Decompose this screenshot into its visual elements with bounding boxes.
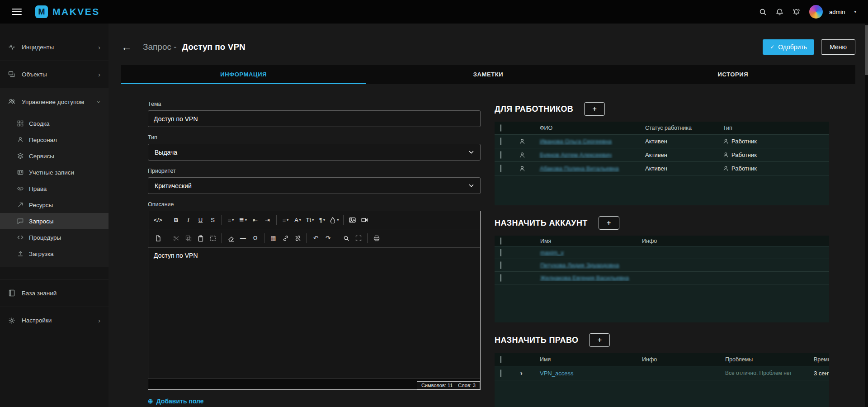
type-select[interactable]: Выдача: [148, 144, 481, 161]
sidebar-item-objects[interactable]: Объекты ›: [0, 61, 108, 88]
video-icon[interactable]: [359, 214, 371, 226]
worker-name-link[interactable]: Иванова Ольга Сергеевна: [540, 138, 612, 145]
toolbar-divider: [222, 215, 222, 225]
eye-icon: [17, 185, 24, 192]
copy-icon[interactable]: [182, 232, 194, 244]
row-checkbox[interactable]: [500, 249, 501, 256]
user-menu-caret-icon[interactable]: ▾: [854, 9, 856, 14]
code-icon[interactable]: </>: [152, 214, 164, 226]
paragraph-icon[interactable]: ¶▾: [316, 214, 328, 226]
font-color-icon[interactable]: A▾: [292, 214, 304, 226]
subject-label: Тема: [148, 101, 481, 107]
priority-label: Приоритет: [148, 168, 481, 174]
redo-icon[interactable]: ↷: [322, 232, 334, 244]
sidebar-item-knowledge-base[interactable]: База знаний: [0, 279, 108, 307]
sidebar-item-upload[interactable]: Загрузка: [0, 246, 108, 262]
sidebar-item-rights[interactable]: Права: [0, 180, 108, 197]
sidebar-item-incidents[interactable]: Инциденты ›: [0, 33, 108, 61]
add-worker-button[interactable]: +: [584, 102, 605, 116]
subject-input[interactable]: [148, 110, 481, 127]
select-all-checkbox[interactable]: [500, 124, 501, 132]
row-checkbox[interactable]: [500, 369, 501, 377]
paste-icon[interactable]: [194, 232, 207, 244]
right-name-link[interactable]: VPN_access: [540, 370, 573, 377]
indent-icon[interactable]: ⇥: [261, 214, 274, 226]
row-checkbox[interactable]: [500, 137, 501, 145]
sidebar-item-settings[interactable]: Настройки ›: [0, 307, 108, 334]
fullscreen-icon[interactable]: [352, 232, 364, 244]
priority-select[interactable]: Критический: [148, 177, 481, 194]
tab-information[interactable]: ИНФОРМАЦИЯ: [121, 65, 366, 84]
row-checkbox[interactable]: [500, 274, 501, 282]
strikethrough-icon[interactable]: S: [207, 214, 219, 226]
hamburger-menu-icon[interactable]: [12, 9, 22, 15]
link-icon[interactable]: [279, 232, 292, 244]
row-checkbox[interactable]: [500, 151, 501, 159]
page-scrollbar[interactable]: [865, 24, 868, 407]
undo-icon[interactable]: ↶: [310, 232, 322, 244]
description-editor-content[interactable]: Доступ по VPN: [148, 247, 480, 379]
new-doc-icon[interactable]: [152, 232, 164, 244]
select-chevron-down-icon: [469, 184, 474, 187]
bold-icon[interactable]: B: [170, 214, 182, 226]
alerts-bell-icon[interactable]: [793, 8, 800, 16]
sidebar: Инциденты › Объекты › Управление доступо…: [0, 24, 108, 407]
topbar-actions: admin ▾: [759, 5, 856, 19]
editor-toolbar-row1: </> B I U S ≡▾ ≣▾ ⇤ ⇥ ≡▾: [148, 211, 480, 229]
zoom-magnifier-icon[interactable]: [340, 232, 352, 244]
toolbar-divider: [167, 233, 167, 243]
sidebar-item-summary[interactable]: Сводка: [0, 115, 108, 132]
sidebar-item-resources[interactable]: Ресурсы: [0, 197, 108, 213]
select-all-checkbox[interactable]: [500, 356, 501, 363]
unordered-list-icon[interactable]: ≡▾: [225, 214, 237, 226]
account-name-link[interactable]: Желнакова Евгения Васильевна: [540, 274, 629, 281]
align-icon[interactable]: ≡▾: [279, 214, 292, 226]
menu-button[interactable]: Меню: [821, 39, 855, 55]
back-arrow-icon[interactable]: ←: [121, 41, 139, 53]
brand-logo[interactable]: M MAKVES: [35, 5, 100, 18]
sidebar-item-access-management[interactable]: Управление доступом ›: [0, 88, 108, 115]
account-name-link[interactable]: maxim_v: [540, 249, 564, 256]
special-char-omega-icon[interactable]: Ω: [249, 232, 261, 244]
sidebar-item-label: Процедуры: [29, 234, 61, 241]
unlink-icon[interactable]: [292, 232, 304, 244]
cut-scissors-icon[interactable]: [170, 232, 182, 244]
select-all-icon[interactable]: [207, 232, 219, 244]
notifications-bell-icon[interactable]: [776, 8, 783, 16]
ordered-list-icon[interactable]: ≣▾: [237, 214, 249, 226]
workers-table-header: ФИО Статус работника Тип: [495, 122, 829, 135]
italic-icon[interactable]: I: [182, 214, 194, 226]
search-icon[interactable]: [759, 8, 767, 16]
add-account-button[interactable]: +: [599, 216, 619, 230]
toolbar-divider: [337, 233, 337, 243]
approve-button[interactable]: ✓ Одобрить: [763, 39, 814, 55]
add-right-button[interactable]: +: [589, 333, 610, 347]
account-name-link[interactable]: Петухова Лидия Эдуардовна: [540, 262, 619, 269]
tab-history[interactable]: ИСТОРИЯ: [611, 65, 855, 84]
user-avatar[interactable]: [809, 5, 823, 19]
font-size-icon[interactable]: Tt▾: [304, 214, 316, 226]
worker-name-link[interactable]: Буянов Артем Алексеевич: [540, 151, 612, 158]
bg-color-droplet-icon[interactable]: ▾: [328, 214, 340, 226]
eraser-icon[interactable]: [225, 232, 237, 244]
upload-icon: [17, 251, 24, 257]
row-checkbox[interactable]: [500, 165, 501, 172]
row-checkbox[interactable]: [500, 261, 501, 269]
select-all-checkbox[interactable]: [500, 237, 501, 245]
add-field-link[interactable]: ⊕ Добавить поле: [148, 398, 204, 405]
underline-icon[interactable]: U: [194, 214, 207, 226]
table-icon[interactable]: ▦: [267, 232, 279, 244]
image-icon[interactable]: [346, 214, 359, 226]
outdent-icon[interactable]: ⇤: [249, 214, 261, 226]
sidebar-item-accounts[interactable]: Учетные записи: [0, 164, 108, 180]
tab-notes[interactable]: ЗАМЕТКИ: [366, 65, 610, 84]
sidebar-item-procedures[interactable]: Процедуры: [0, 229, 108, 246]
sidebar-item-services[interactable]: Сервисы: [0, 148, 108, 164]
print-icon[interactable]: [370, 232, 382, 244]
sidebar-item-requests[interactable]: Запросы: [0, 213, 108, 229]
horizontal-rule-icon[interactable]: —: [237, 232, 249, 244]
toolbar-divider: [222, 233, 222, 243]
scrollbar-thumb[interactable]: [865, 25, 868, 75]
worker-name-link[interactable]: Абакова Полина Витальевна: [540, 165, 619, 172]
sidebar-item-personnel[interactable]: Персонал: [0, 132, 108, 148]
